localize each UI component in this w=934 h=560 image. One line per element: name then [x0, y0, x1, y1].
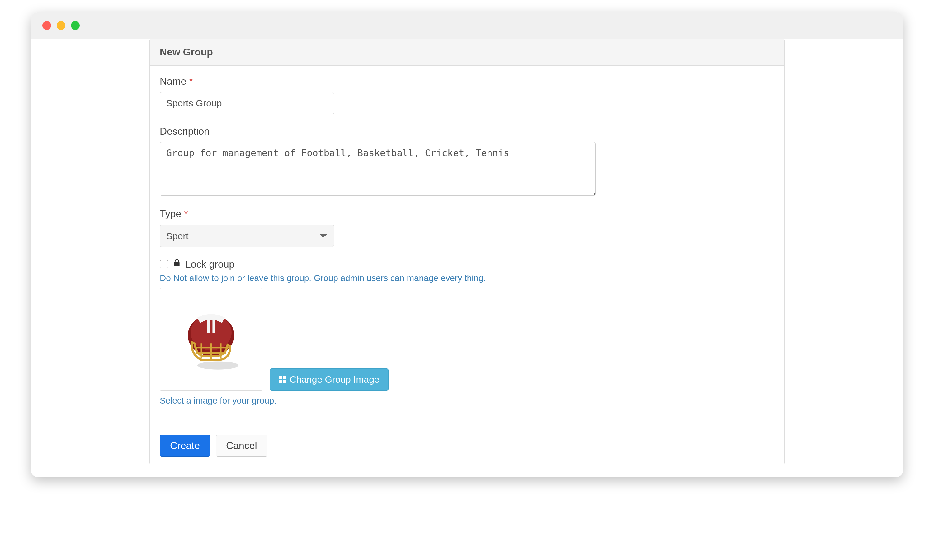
- football-helmet-icon: [177, 305, 245, 374]
- app-window: New Group Name * Description Type: [31, 12, 903, 477]
- name-group: Name *: [160, 75, 774, 114]
- type-group: Type * Sport: [160, 208, 774, 247]
- cancel-button[interactable]: Cancel: [216, 435, 267, 457]
- window-close-icon[interactable]: [42, 21, 51, 30]
- name-input[interactable]: [160, 92, 334, 114]
- description-label: Description: [160, 126, 774, 137]
- type-select[interactable]: Sport: [160, 225, 334, 247]
- window-minimize-icon[interactable]: [57, 21, 65, 30]
- window-maximize-icon[interactable]: [71, 21, 80, 30]
- type-label: Type *: [160, 208, 774, 220]
- description-textarea[interactable]: [160, 142, 596, 196]
- panel-body: Name * Description Type * Sport: [150, 66, 784, 427]
- change-image-label: Change Group Image: [290, 374, 379, 385]
- change-group-image-button[interactable]: Change Group Image: [270, 368, 388, 391]
- type-label-text: Type: [160, 208, 181, 219]
- lock-icon: [173, 258, 181, 270]
- panel-footer: Create Cancel: [150, 427, 784, 464]
- description-group: Description: [160, 126, 774, 197]
- lock-checkbox[interactable]: [160, 260, 168, 268]
- titlebar: [31, 12, 903, 38]
- grid-icon: [279, 376, 286, 383]
- image-row: Change Group Image: [160, 288, 774, 391]
- svg-rect-2: [207, 315, 210, 332]
- svg-rect-3: [212, 315, 215, 332]
- required-marker: *: [184, 208, 188, 219]
- panel-title: New Group: [150, 39, 784, 66]
- lock-group: Lock group Do Not allow to join or leave…: [160, 258, 774, 406]
- image-help-text: Select a image for your group.: [160, 396, 774, 406]
- lock-help-text: Do Not allow to join or leave this group…: [160, 273, 774, 283]
- lock-row: Lock group: [160, 258, 774, 270]
- create-button[interactable]: Create: [160, 435, 210, 457]
- content-area: New Group Name * Description Type: [31, 38, 903, 477]
- svg-point-9: [197, 361, 239, 369]
- required-marker: *: [189, 75, 193, 87]
- name-label-text: Name: [160, 75, 186, 87]
- lock-label: Lock group: [185, 258, 234, 270]
- group-image-preview: [160, 288, 262, 391]
- name-label: Name *: [160, 75, 774, 87]
- new-group-panel: New Group Name * Description Type: [150, 38, 784, 465]
